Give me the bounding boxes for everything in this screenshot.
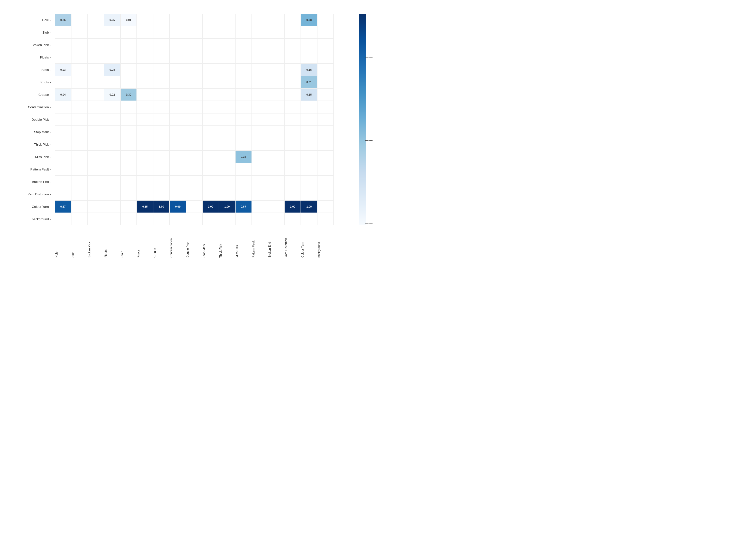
cell-0-10: [219, 14, 235, 26]
cell-7-4: [121, 101, 137, 113]
cell-8-14: [284, 113, 301, 126]
cell-16-11: [235, 213, 252, 225]
colorbar-tick-2: — 0.6: [365, 97, 374, 101]
cell-1-5: [137, 26, 153, 38]
cell-6-4: 0.30: [121, 88, 137, 101]
cell-11-9: [202, 151, 219, 163]
cell-16-13: [268, 213, 284, 225]
cell-4-14: [284, 63, 301, 76]
cell-8-0: [55, 113, 71, 126]
cell-14-5: [137, 188, 153, 201]
cell-13-9: [202, 176, 219, 188]
cell-14-14: [284, 188, 301, 201]
cell-5-15: 0.31: [301, 76, 317, 88]
y-labels: Hole -Slub -Broken Pick -Floats -Stain -…: [2, 14, 52, 225]
cell-8-5: [137, 113, 153, 126]
cell-15-11: 0.67: [235, 201, 252, 213]
cell-10-2: [88, 138, 104, 151]
cell-14-3: [104, 188, 121, 201]
cell-15-14: 1.00: [284, 201, 301, 213]
cell-4-2: [88, 63, 104, 76]
cell-0-13: [268, 14, 284, 26]
cell-11-2: [88, 151, 104, 163]
x-label-3: Floats: [104, 226, 121, 259]
x-label-0: Hole: [55, 226, 71, 259]
cell-16-15: [301, 213, 317, 225]
cell-1-15: [301, 26, 317, 38]
cell-11-10: [219, 151, 235, 163]
cell-7-6: [153, 101, 170, 113]
chart-container: Hole -Slub -Broken Pick -Floats -Stain -…: [0, 0, 374, 280]
cell-2-7: [170, 38, 186, 51]
cell-16-6: [153, 213, 170, 225]
cell-6-7: [170, 88, 186, 101]
cell-3-14: [284, 51, 301, 63]
cell-4-5: [137, 63, 153, 76]
cell-7-8: [186, 101, 202, 113]
cell-12-16: [317, 163, 334, 176]
x-label-4: Stain: [121, 226, 137, 259]
cell-11-1: [71, 151, 88, 163]
cell-4-0: 0.03: [55, 63, 71, 76]
cell-5-13: [268, 76, 284, 88]
cell-2-8: [186, 38, 202, 51]
cell-13-6: [153, 176, 170, 188]
cell-15-0: 0.67: [55, 201, 71, 213]
cell-4-12: [252, 63, 268, 76]
cell-6-0: 0.04: [55, 88, 71, 101]
cell-4-11: [235, 63, 252, 76]
cell-3-13: [268, 51, 284, 63]
x-label-11: Miss Pick: [235, 226, 252, 259]
cell-10-8: [186, 138, 202, 151]
cell-13-0: [55, 176, 71, 188]
cell-3-12: [252, 51, 268, 63]
cell-10-13: [268, 138, 284, 151]
cell-1-1: [71, 26, 88, 38]
cell-14-15: [301, 188, 317, 201]
cell-3-8: [186, 51, 202, 63]
cell-3-9: [202, 51, 219, 63]
cell-7-5: [137, 101, 153, 113]
cell-16-8: [186, 213, 202, 225]
cell-3-11: [235, 51, 252, 63]
cell-11-4: [121, 151, 137, 163]
cell-7-7: [170, 101, 186, 113]
cell-3-15: [301, 51, 317, 63]
cell-15-15: 1.00: [301, 201, 317, 213]
cell-10-9: [202, 138, 219, 151]
cell-9-12: [252, 126, 268, 138]
cell-14-6: [153, 188, 170, 201]
cell-13-8: [186, 176, 202, 188]
cell-9-2: [88, 126, 104, 138]
cell-2-3: [104, 38, 121, 51]
cell-8-4: [121, 113, 137, 126]
cell-15-1: [71, 201, 88, 213]
matrix-grid: 0.260.050.010.380.030.080.150.310.040.02…: [55, 14, 334, 225]
cell-14-0: [55, 188, 71, 201]
cell-11-11: 0.33: [235, 151, 252, 163]
y-label-8: Double Pick -: [2, 113, 52, 126]
cell-15-3: [104, 201, 121, 213]
cell-11-13: [268, 151, 284, 163]
cell-10-7: [170, 138, 186, 151]
y-label-9: Stop Mark -: [2, 126, 52, 138]
cell-4-16: [317, 63, 334, 76]
cell-14-4: [121, 188, 137, 201]
cell-14-9: [202, 188, 219, 201]
cell-9-5: [137, 126, 153, 138]
cell-11-8: [186, 151, 202, 163]
x-label-6: Crease: [153, 226, 170, 259]
cell-3-7: [170, 51, 186, 63]
y-label-2: Broken Pick -: [2, 38, 52, 51]
cell-12-2: [88, 163, 104, 176]
y-label-6: Crease -: [2, 88, 52, 101]
y-label-11: Miss Pick -: [2, 151, 52, 163]
colorbar-tick-1: — 0.8: [365, 55, 374, 59]
cell-2-2: [88, 38, 104, 51]
cell-10-1: [71, 138, 88, 151]
cell-2-1: [71, 38, 88, 51]
cell-8-11: [235, 113, 252, 126]
y-label-14: Yarn Distortion -: [2, 188, 52, 201]
cell-0-7: [170, 14, 186, 26]
cell-0-3: 0.05: [104, 14, 121, 26]
